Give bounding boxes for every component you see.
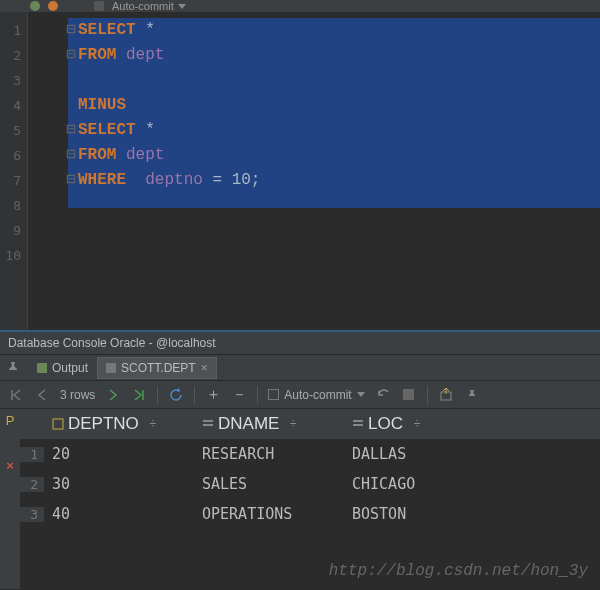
- close-icon[interactable]: ×: [201, 361, 208, 375]
- code-token: dept: [126, 46, 164, 64]
- key-icon: P: [6, 413, 15, 428]
- code-token: [116, 146, 126, 164]
- code-token: FROM: [78, 46, 116, 64]
- line-number: 3: [0, 68, 21, 93]
- tab-label: Output: [52, 361, 88, 375]
- next-page-button[interactable]: [105, 387, 121, 403]
- chevron-down-icon: [178, 4, 186, 9]
- checkbox-icon[interactable]: [94, 1, 104, 11]
- code-token: = 10: [203, 171, 251, 189]
- auto-commit-toggle-results[interactable]: Auto-commit: [268, 388, 364, 402]
- code-token: deptno: [145, 171, 203, 189]
- revert-button[interactable]: [375, 387, 391, 403]
- svg-rect-6: [353, 424, 363, 426]
- code-token: MINUS: [78, 96, 126, 114]
- sort-indicator-icon: ÷: [143, 417, 156, 431]
- rows-count-label: 3 rows: [60, 388, 95, 402]
- checkbox-icon: [268, 389, 279, 400]
- cell-loc[interactable]: BOSTON: [344, 505, 474, 523]
- code-token: [126, 171, 145, 189]
- output-tab-icon: [37, 363, 47, 373]
- pin-results-button[interactable]: [464, 387, 480, 403]
- svg-rect-3: [203, 420, 213, 422]
- svg-rect-5: [353, 420, 363, 422]
- code-token: *: [136, 21, 155, 39]
- line-number: 4: [0, 93, 21, 118]
- results-side-gutter: P ×: [0, 409, 20, 589]
- code-token: WHERE: [78, 171, 126, 189]
- tab-label: SCOTT.DEPT: [121, 361, 196, 375]
- tab-scott-dept[interactable]: SCOTT.DEPT ×: [97, 357, 217, 379]
- table-tab-icon: [106, 363, 116, 373]
- panel-tabs: Output SCOTT.DEPT ×: [0, 355, 600, 381]
- panel-title: Database Console Oracle - @localhost: [0, 330, 600, 355]
- code-token: FROM: [78, 146, 116, 164]
- line-number: 10: [0, 243, 21, 268]
- fold-marker-icon[interactable]: ⊟: [66, 18, 76, 43]
- line-number: 2: [0, 43, 21, 68]
- auto-commit-label: Auto-commit: [112, 0, 174, 12]
- cell-deptno[interactable]: 30: [44, 475, 194, 493]
- svg-rect-4: [203, 424, 213, 426]
- prev-page-button[interactable]: [34, 387, 50, 403]
- row-number: 3: [20, 507, 44, 522]
- close-results-icon[interactable]: ×: [6, 458, 14, 473]
- cell-dname[interactable]: SALES: [194, 475, 344, 493]
- stop-indicator-icon[interactable]: [48, 1, 58, 11]
- sort-indicator-icon: ÷: [407, 417, 420, 431]
- code-token: dept: [126, 146, 164, 164]
- last-page-button[interactable]: [131, 387, 147, 403]
- pin-icon[interactable]: [6, 361, 20, 375]
- code-token: SELECT: [78, 21, 136, 39]
- code-area[interactable]: ⊟SELECT * ⊟FROM dept MINUS ⊟SELECT * ⊟FR…: [28, 12, 600, 330]
- line-number: 5: [0, 118, 21, 143]
- results-toolbar: 3 rows ＋ － Auto-commit: [0, 381, 600, 409]
- auto-commit-label: Auto-commit: [284, 388, 351, 402]
- code-token: *: [136, 121, 155, 139]
- cell-deptno[interactable]: 40: [44, 505, 194, 523]
- line-number: 6: [0, 143, 21, 168]
- fold-marker-icon[interactable]: ⊟: [66, 43, 76, 68]
- export-button[interactable]: [438, 387, 454, 403]
- code-text[interactable]: ⊟SELECT * ⊟FROM dept MINUS ⊟SELECT * ⊟FR…: [38, 18, 600, 268]
- row-number: 1: [20, 447, 44, 462]
- line-number: 1: [0, 18, 21, 43]
- column-header-deptno[interactable]: DEPTNO ÷: [44, 414, 194, 434]
- add-row-button[interactable]: ＋: [205, 387, 221, 403]
- fold-marker-icon[interactable]: ⊟: [66, 143, 76, 168]
- cell-loc[interactable]: CHICAGO: [344, 475, 474, 493]
- svg-rect-0: [403, 389, 414, 400]
- editor-top-toolbar: Auto-commit: [0, 0, 600, 12]
- line-number: 9: [0, 218, 21, 243]
- fold-marker-icon[interactable]: ⊟: [66, 118, 76, 143]
- line-number: 7: [0, 168, 21, 193]
- row-number: 2: [20, 477, 44, 492]
- cell-dname[interactable]: OPERATIONS: [194, 505, 344, 523]
- cell-deptno[interactable]: 20: [44, 445, 194, 463]
- line-number: 8: [0, 193, 21, 218]
- run-indicator-icon[interactable]: [30, 1, 40, 11]
- tab-output[interactable]: Output: [28, 357, 97, 379]
- cell-loc[interactable]: DALLAS: [344, 445, 474, 463]
- chevron-down-icon: [357, 392, 365, 397]
- column-header-loc[interactable]: LOC ÷: [344, 414, 474, 434]
- column-header-dname[interactable]: DNAME ÷: [194, 414, 344, 434]
- table-row[interactable]: 340OPERATIONSBOSTON: [20, 499, 600, 529]
- fold-marker-icon[interactable]: ⊟: [66, 168, 76, 193]
- refresh-button[interactable]: [168, 387, 184, 403]
- svg-rect-2: [53, 419, 63, 429]
- sql-editor[interactable]: 12345678910 ⊟SELECT * ⊟FROM dept MINUS ⊟…: [0, 12, 600, 330]
- code-token: ;: [251, 171, 261, 189]
- remove-row-button[interactable]: －: [231, 387, 247, 403]
- cell-dname[interactable]: RESEARCH: [194, 445, 344, 463]
- code-token: SELECT: [78, 121, 136, 139]
- grid-header-row: DEPTNO ÷ DNAME ÷ LOC ÷: [20, 409, 600, 439]
- table-row[interactable]: 120RESEARCHDALLAS: [20, 439, 600, 469]
- auto-commit-toggle[interactable]: Auto-commit: [112, 0, 186, 12]
- code-token: [116, 46, 126, 64]
- first-page-button[interactable]: [8, 387, 24, 403]
- table-row[interactable]: 230SALESCHICAGO: [20, 469, 600, 499]
- watermark-text: http://blog.csdn.net/hon_3y: [329, 562, 588, 580]
- stop-button[interactable]: [401, 387, 417, 403]
- sort-indicator-icon: ÷: [283, 417, 296, 431]
